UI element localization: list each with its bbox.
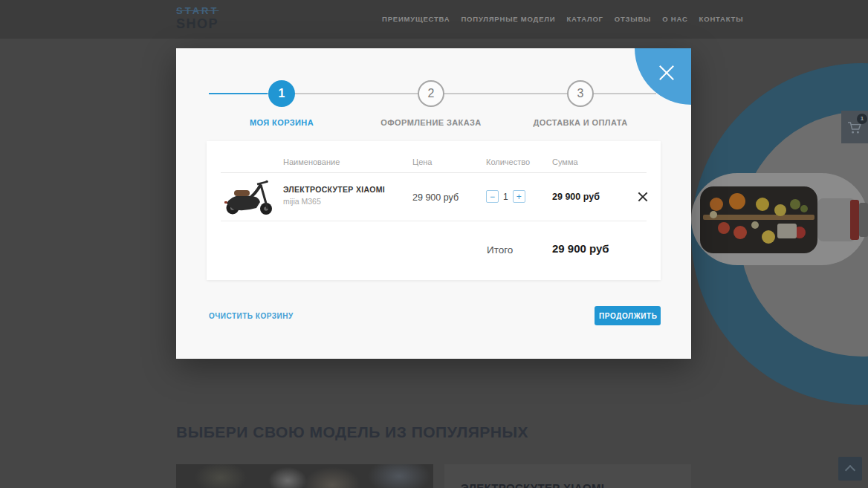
quantity-plus-button[interactable]: + xyxy=(513,190,525,203)
step-1-label: МОЯ КОРЗИНА xyxy=(250,118,314,127)
cart-modal: 1 2 3 МОЯ КОРЗИНА ОФОРМЛЕНИЕ ЗАКАЗА ДОСТ… xyxy=(176,48,691,359)
nav-item-reviews[interactable]: ОТЗЫВЫ xyxy=(615,15,651,23)
scroll-to-top-button[interactable] xyxy=(838,457,862,481)
product-name: ЭЛЕКТРОСКУТЕР XIAOMI xyxy=(283,185,385,194)
continue-button[interactable]: ПРОДОЛЖИТЬ xyxy=(595,306,661,325)
table-divider xyxy=(221,172,647,173)
column-header-name: Наименование xyxy=(283,157,340,166)
nav-item-popular-models[interactable]: ПОПУЛЯРНЫЕ МОДЕЛИ xyxy=(461,15,555,23)
column-header-sum: Сумма xyxy=(552,157,578,166)
step-2-circle[interactable]: 2 xyxy=(418,80,444,107)
checkout-stepper: 1 2 3 МОЯ КОРЗИНА ОФОРМЛЕНИЕ ЗАКАЗА ДОСТ… xyxy=(209,79,656,137)
total-value: 29 900 руб xyxy=(552,242,609,255)
close-button[interactable] xyxy=(656,62,677,83)
stepper-line-active xyxy=(209,93,268,94)
chevron-up-icon xyxy=(845,465,855,475)
logo-line-shop: SHOP xyxy=(176,17,218,32)
step-3-label: ДОСТАВКА И ОПЛАТА xyxy=(534,118,628,127)
quantity-stepper: − 1 + xyxy=(486,190,525,203)
step-2-label: ОФОРМЛЕНИЕ ЗАКАЗА xyxy=(380,118,481,127)
popular-models-title: ВЫБЕРИ СВОЮ МОДЕЛЬ ИЗ ПОПУЛЯРНЫХ xyxy=(176,423,528,441)
nav-item-advantages[interactable]: ПРЕИМУЩЕСТВА xyxy=(382,15,450,23)
step-3-circle[interactable]: 3 xyxy=(567,80,594,107)
quantity-minus-button[interactable]: − xyxy=(486,190,499,203)
product-sum: 29 900 руб xyxy=(552,192,600,202)
step-1-circle[interactable]: 1 xyxy=(268,80,295,107)
main-nav: ПРЕИМУЩЕСТВА ПОПУЛЯРНЫЕ МОДЕЛИ КАТАЛОГ О… xyxy=(382,15,743,23)
nav-item-contacts[interactable]: КОНТАКТЫ xyxy=(699,15,744,23)
total-label: Итого xyxy=(487,244,513,256)
column-header-price: Цена xyxy=(412,157,432,166)
product-subname: mijia M365 xyxy=(283,197,321,206)
site-logo[interactable]: START SHOP xyxy=(176,6,218,32)
cart-table: Наименование Цена Количество Сумма ЭЛЕКТ… xyxy=(207,141,661,280)
hero-product-image xyxy=(691,167,868,271)
remove-item-button[interactable] xyxy=(636,190,649,203)
cart-count-badge: 1 xyxy=(857,114,867,124)
popular-model-info-card[interactable]: ЭЛЕКТРОСКУТЕР XIAOMI xyxy=(444,464,691,488)
quantity-value: 1 xyxy=(503,192,508,202)
product-thumbnail-scooter[interactable] xyxy=(221,178,278,215)
logo-line-start: START xyxy=(176,6,218,16)
product-price: 29 900 руб xyxy=(412,192,459,203)
popular-model-photo-card[interactable] xyxy=(176,464,433,488)
column-header-quantity: Количество xyxy=(486,157,530,166)
clear-cart-link[interactable]: ОЧИСТИТЬ КОРЗИНУ xyxy=(209,312,294,320)
nav-item-catalog[interactable]: КАТАЛОГ xyxy=(566,15,603,23)
nav-item-about[interactable]: О НАС xyxy=(662,15,687,23)
popular-model-card-title: ЭЛЕКТРОСКУТЕР XIAOMI xyxy=(461,481,691,488)
header-cart-button[interactable]: 1 xyxy=(841,111,868,143)
table-divider xyxy=(221,221,647,221)
